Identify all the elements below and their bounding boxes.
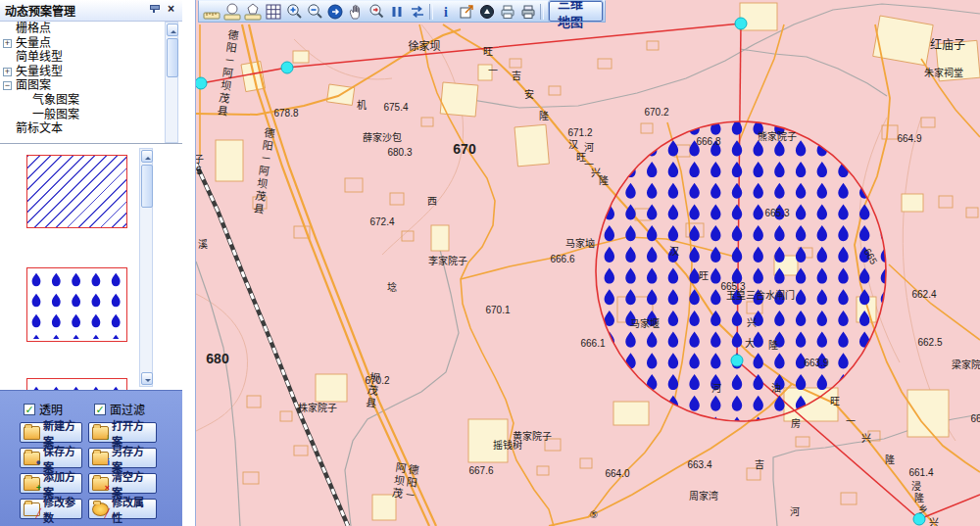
expand-icon[interactable]: +: [3, 68, 12, 76]
tree-item-简单线型[interactable]: 简单线型: [0, 50, 165, 65]
zoom-out-icon[interactable]: [304, 2, 324, 22]
building: [514, 124, 549, 167]
panel-titlebar: 动态预案管理 ×: [0, 0, 182, 22]
tree-item-label: 气象图案: [32, 93, 79, 107]
tree-item-label: 一般图案: [32, 108, 79, 121]
print-icon[interactable]: [517, 2, 538, 22]
grid-icon[interactable]: [263, 2, 283, 22]
plan-actions-panel: ✓ 透明 ✓ 面过滤 新建方案↓打开方案●保存方案i另存方案+添加方案×清空方案…: [0, 390, 182, 526]
transparent-checkbox-row: ✓ 透明: [24, 401, 63, 417]
gis-application-window: 徐家坝红庙子朱家祠堂664.9机675.4678.8薛家沙包680.367068…: [0, 0, 980, 526]
svg-text:i: i: [444, 5, 448, 20]
tree-item-label: 矢量线型: [16, 65, 63, 78]
scroll-thumb[interactable]: [167, 38, 178, 77]
measure-circle-icon[interactable]: [221, 2, 242, 22]
badge-icon: ╱: [105, 509, 110, 518]
edit-props-icon: ╱: [92, 502, 109, 516]
tree-item-矢量线型[interactable]: +矢量线型: [0, 65, 165, 79]
close-icon[interactable]: ×: [165, 4, 177, 17]
selection-handle[interactable]: [731, 355, 744, 367]
building: [216, 140, 243, 181]
building: [316, 374, 347, 402]
pan-icon[interactable]: [345, 2, 366, 22]
pause-icon[interactable]: [386, 2, 407, 22]
layer-tree: 栅格点+矢量点简单线型+矢量线型−面图案气象图案一般图案箭标文本: [0, 22, 165, 143]
collapse-icon[interactable]: −: [3, 81, 12, 90]
pin-icon[interactable]: [149, 5, 159, 17]
badge-icon: ╱: [36, 509, 41, 518]
folder-clear-icon: ×: [92, 477, 109, 491]
scroll-thumb[interactable]: [141, 165, 153, 208]
full-extent-icon[interactable]: [324, 2, 345, 22]
pattern-swatch-hatch[interactable]: [26, 155, 127, 228]
tree-item-栅格点[interactable]: 栅格点: [0, 22, 165, 36]
face-filter-checkbox[interactable]: ✓: [94, 404, 106, 415]
tree-item-label: 箭标文本: [16, 121, 63, 135]
edit-params-icon: ╱: [24, 502, 40, 516]
building: [902, 194, 923, 212]
tree-scrollbar[interactable]: [165, 22, 178, 143]
pattern-swatch-raindrop[interactable]: [26, 267, 127, 342]
snapshot-icon[interactable]: [476, 2, 497, 22]
scroll-up-icon[interactable]: [141, 150, 153, 163]
zoom-select-icon[interactable]: [366, 2, 386, 22]
folder-add-button[interactable]: +添加方案: [20, 473, 82, 494]
selection-handle[interactable]: [913, 513, 926, 526]
building: [431, 225, 449, 251]
folder-save-icon: ●: [24, 452, 40, 465]
edit-params-button[interactable]: ╱修改参数: [20, 499, 82, 519]
folder-saveas-icon: i: [92, 452, 109, 465]
badge-icon: ↓: [106, 433, 111, 442]
zoom-in-icon[interactable]: [283, 2, 304, 22]
print-preview-icon[interactable]: [497, 2, 517, 22]
face-filter-checkbox-row: ✓ 面过滤: [94, 401, 145, 417]
swap-icon[interactable]: [407, 2, 427, 22]
selection-handle[interactable]: [281, 62, 294, 74]
button-label: 修改参数: [43, 494, 78, 525]
plan-manager-panel: 动态预案管理 × 栅格点+矢量点简单线型+矢量线型−面图案气象图案一般图案箭标文…: [0, 0, 196, 526]
map-toolbar: i 三维地图: [198, 0, 606, 23]
expand-icon[interactable]: +: [3, 39, 12, 48]
export-icon[interactable]: [456, 2, 476, 22]
transparent-checkbox[interactable]: ✓: [24, 404, 35, 415]
folder-save-button[interactable]: ●保存方案: [20, 448, 82, 468]
info-icon[interactable]: i: [435, 2, 456, 22]
selection-handle[interactable]: [735, 18, 748, 30]
tree-item-箭标文本[interactable]: 箭标文本: [0, 121, 165, 136]
toolbar-separator: [540, 4, 544, 20]
building: [468, 419, 508, 462]
building: [936, 40, 980, 81]
tree-item-一般图案[interactable]: 一般图案: [0, 108, 165, 122]
scroll-up-icon[interactable]: [167, 24, 178, 36]
badge-icon: ●: [36, 458, 41, 467]
folder-saveas-button[interactable]: i另存方案: [88, 448, 157, 468]
measure-polygon-icon[interactable]: [242, 2, 263, 22]
tree-item-label: 矢量点: [16, 36, 51, 50]
scroll-down-icon[interactable]: [141, 372, 153, 385]
edit-props-button[interactable]: ╱修改属性: [88, 499, 157, 519]
map-3d-button[interactable]: 三维地图: [549, 1, 603, 22]
preview-scrollbar[interactable]: [139, 148, 153, 387]
folder-add-icon: +: [24, 477, 40, 491]
toolbar-separator: [429, 4, 433, 20]
folder-new-button[interactable]: 新建方案: [20, 422, 82, 443]
pattern-preview-list: [0, 143, 182, 391]
folder-clear-button[interactable]: ×清空方案: [88, 473, 157, 494]
tree-item-label: 栅格点: [16, 22, 51, 35]
selection-handle[interactable]: [195, 77, 208, 90]
panel-title: 动态预案管理: [5, 2, 149, 19]
measure-distance-icon[interactable]: [201, 2, 221, 22]
building: [372, 495, 396, 520]
badge-icon: i: [107, 458, 110, 467]
tree-item-label: 简单线型: [16, 50, 63, 64]
tree-item-矢量点[interactable]: +矢量点: [0, 36, 165, 51]
checkbox-label: 面过滤: [110, 401, 145, 417]
tree-item-面图案[interactable]: −面图案: [0, 78, 165, 93]
button-label: 修改属性: [112, 494, 153, 525]
building: [293, 51, 309, 63]
tree-item-气象图案[interactable]: 气象图案: [0, 93, 165, 108]
building: [478, 65, 492, 80]
folder-open-icon: ↓: [92, 426, 109, 440]
building: [613, 402, 649, 425]
folder-open-button[interactable]: ↓打开方案: [88, 422, 157, 443]
